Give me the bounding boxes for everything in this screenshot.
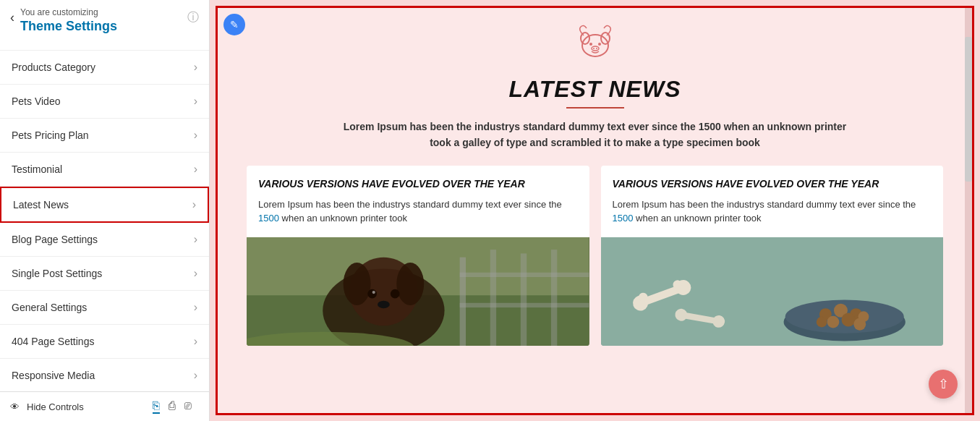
preview-border: ✎ <box>216 6 974 415</box>
section-description: Lorem Ipsum has been the industrys stand… <box>342 119 848 151</box>
svg-point-32 <box>841 312 855 326</box>
svg-rect-20 <box>521 253 527 346</box>
sidebar-item-blog-page-settings[interactable]: Blog Page Settings › <box>0 223 209 257</box>
theme-settings-label: Theme Settings <box>20 19 117 34</box>
chevron-right-icon: › <box>194 335 197 348</box>
sidebar-item-responsive-media[interactable]: Responsive Media › <box>0 359 209 391</box>
svg-point-17 <box>378 301 390 309</box>
svg-point-34 <box>816 317 827 328</box>
chevron-right-icon: › <box>194 129 197 142</box>
sidebar-menu: Products Category › Pets Video › Pets Pr… <box>0 51 209 391</box>
sidebar-item-label: Blog Page Settings <box>12 234 98 245</box>
back-button[interactable]: ‹ <box>10 10 14 25</box>
mobile-icon[interactable]: ⎚ <box>184 399 192 414</box>
svg-rect-18 <box>460 258 466 346</box>
news-cards: VARIOUS VERSIONS HAVE EVOLVED OVER THE Y… <box>218 166 972 346</box>
chevron-right-icon: › <box>194 163 197 176</box>
news-card-2-title: VARIOUS VERSIONS HAVE EVOLVED OVER THE Y… <box>613 177 932 190</box>
section-underline <box>566 107 624 109</box>
hide-controls-bar[interactable]: 👁 Hide Controls ⎘ ⎙ ⎚ <box>0 391 209 421</box>
eye-icon: 👁 <box>10 401 20 412</box>
sidebar-header: ‹ You are customizing Theme Settings ⓘ <box>0 0 209 51</box>
sidebar-item-single-post-settings[interactable]: Single Post Settings › <box>0 257 209 291</box>
sidebar-item-label: 404 Page Settings <box>12 336 94 347</box>
svg-point-5 <box>592 46 599 51</box>
tablet-icon[interactable]: ⎙ <box>169 399 176 414</box>
svg-point-4 <box>598 43 601 46</box>
svg-point-16 <box>372 291 375 294</box>
right-scrollbar-thumb <box>965 37 972 182</box>
svg-point-31 <box>827 316 839 328</box>
section-title: LATEST NEWS <box>247 76 943 103</box>
svg-point-14 <box>367 289 377 299</box>
main-content: ✎ <box>210 0 980 421</box>
desktop-icon[interactable]: ⎘ <box>153 399 160 414</box>
news-card-1: VARIOUS VERSIONS HAVE EVOLVED OVER THE Y… <box>247 166 589 346</box>
hide-controls-label: Hide Controls <box>27 401 84 412</box>
latest-news-section: LATEST NEWS Lorem Ipsum has been the ind… <box>218 8 972 151</box>
news-card-2-link[interactable]: 1500 <box>613 213 634 224</box>
svg-point-12 <box>344 263 371 305</box>
news-card-2-desc: Lorem Ipsum has been the industrys stand… <box>613 197 932 226</box>
svg-point-6 <box>593 48 595 49</box>
sidebar: ‹ You are customizing Theme Settings ⓘ P… <box>0 0 210 421</box>
sidebar-item-latest-news[interactable]: Latest News › <box>0 187 209 223</box>
chevron-right-icon: › <box>192 198 196 211</box>
svg-point-35 <box>853 318 866 331</box>
chevron-right-icon: › <box>194 301 197 314</box>
news-card-1-title: VARIOUS VERSIONS HAVE EVOLVED OVER THE Y… <box>258 177 578 190</box>
svg-point-13 <box>396 263 424 305</box>
food-image <box>601 237 944 346</box>
sidebar-item-pets-video[interactable]: Pets Video › <box>0 85 209 119</box>
news-card-2: VARIOUS VERSIONS HAVE EVOLVED OVER THE Y… <box>601 166 944 346</box>
sidebar-item-label: Latest News <box>13 199 69 210</box>
svg-rect-23 <box>460 303 589 307</box>
customizing-label: You are customizing <box>20 7 117 17</box>
sidebar-item-label: Single Post Settings <box>12 268 102 279</box>
news-card-1-desc: Lorem Ipsum has been the industrys stand… <box>258 197 578 226</box>
edit-pencil-button[interactable]: ✎ <box>223 14 245 35</box>
news-card-2-text: VARIOUS VERSIONS HAVE EVOLVED OVER THE Y… <box>601 166 944 237</box>
svg-point-7 <box>596 48 597 49</box>
sidebar-item-general-settings[interactable]: General Settings › <box>0 291 209 325</box>
sidebar-item-label: Responsive Media <box>12 370 95 381</box>
sidebar-item-label: Testimonial <box>12 163 62 175</box>
svg-rect-19 <box>490 250 496 346</box>
chevron-right-icon: › <box>194 61 197 74</box>
svg-rect-21 <box>551 250 557 346</box>
sidebar-item-404-page-settings[interactable]: 404 Page Settings › <box>0 325 209 359</box>
sidebar-item-label: Products Category <box>12 61 95 73</box>
sidebar-item-label: Pets Video <box>12 95 60 107</box>
right-scrollbar[interactable] <box>965 8 972 413</box>
sidebar-item-products-category[interactable]: Products Category › <box>0 51 209 85</box>
chevron-right-icon: › <box>194 267 197 280</box>
chevron-right-icon: › <box>194 369 197 382</box>
sidebar-item-label: General Settings <box>12 302 87 313</box>
dog-image <box>247 237 589 346</box>
help-icon[interactable]: ⓘ <box>187 10 199 25</box>
svg-point-3 <box>589 43 592 46</box>
news-card-1-text: VARIOUS VERSIONS HAVE EVOLVED OVER THE Y… <box>247 166 589 237</box>
scroll-top-button[interactable]: ⇧ <box>929 370 958 399</box>
chevron-right-icon: › <box>194 233 197 246</box>
sidebar-item-pets-pricing-plan[interactable]: Pets Pricing Plan › <box>0 119 209 153</box>
news-card-1-link[interactable]: 1500 <box>258 213 279 224</box>
sidebar-item-label: Pets Pricing Plan <box>12 129 89 141</box>
pet-icon <box>247 22 943 70</box>
device-icons: ⎘ ⎙ ⎚ <box>153 399 192 414</box>
chevron-right-icon: › <box>194 95 197 108</box>
svg-point-15 <box>391 289 400 299</box>
sidebar-item-testimonial[interactable]: Testimonial › <box>0 153 209 187</box>
svg-rect-22 <box>460 273 589 277</box>
